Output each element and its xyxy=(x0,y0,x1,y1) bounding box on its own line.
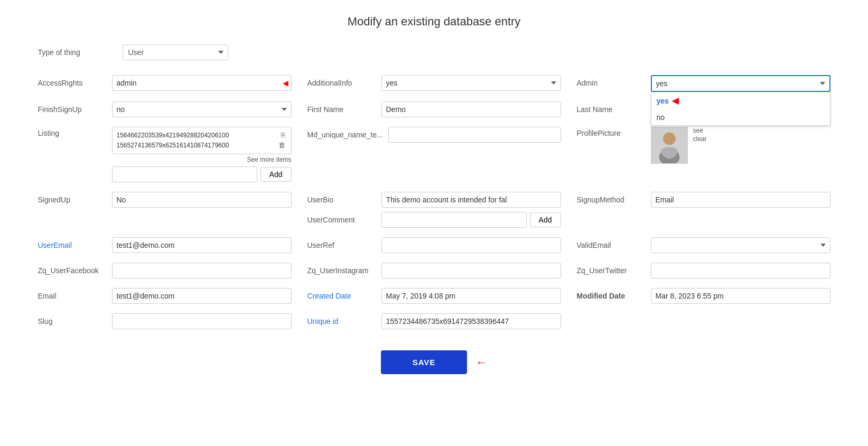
valid-email-select[interactable]: yes no xyxy=(651,237,830,253)
md-unique-name-label: Md_unique_name_te... xyxy=(307,127,383,139)
profile-picture-group: ProfilePicture see xyxy=(577,127,830,164)
modified-date-label: Modified Date xyxy=(577,288,646,300)
signup-method-group: SignupMethod xyxy=(577,192,830,208)
zq-twitter-label: Zq_UserTwitter xyxy=(577,263,646,275)
listing-add-input[interactable] xyxy=(112,166,257,182)
signed-up-group: SignedUp xyxy=(38,192,292,208)
save-row: SAVE ← xyxy=(38,350,830,395)
first-name-input[interactable] xyxy=(381,101,561,117)
admin-group: Admin yes no yes ◀ no xyxy=(577,75,830,92)
admin-yes-arrow: ◀ xyxy=(672,96,678,106)
access-rights-input[interactable] xyxy=(112,75,292,91)
zq-facebook-input[interactable] xyxy=(112,263,292,278)
save-arrow: ← xyxy=(475,356,487,369)
unique-id-label: Unique id xyxy=(307,313,376,326)
valid-email-group: ValidEmail yes no xyxy=(577,237,830,253)
created-date-label: Created Date xyxy=(307,288,376,300)
modified-date-input[interactable] xyxy=(651,288,830,304)
zq-facebook-label: Zq_UserFacebook xyxy=(38,263,107,275)
row-4: SignedUp UserBio SignupMethod xyxy=(38,192,830,208)
finish-signup-group: FinishSignUp no yes xyxy=(38,101,292,117)
row-8: Slug Unique id xyxy=(38,313,830,329)
zq-facebook-group: Zq_UserFacebook xyxy=(38,263,292,278)
listing-group: Listing 1564662203539x421949288204206100… xyxy=(38,127,292,182)
slug-input[interactable] xyxy=(112,313,292,329)
md-unique-name-input[interactable] xyxy=(388,127,561,143)
additional-info-select[interactable]: yes no xyxy=(381,75,561,91)
finish-signup-label: FinishSignUp xyxy=(38,101,107,114)
see-more-items: See more items xyxy=(112,156,292,163)
finish-signup-select[interactable]: no yes xyxy=(112,101,292,117)
listing-entry-0: 1564662203539x421949288204206100 ⎘ xyxy=(117,131,287,140)
row-5: UserEmail UserRef ValidEmail yes no xyxy=(38,237,830,253)
first-name-label: First Name xyxy=(307,101,376,114)
email-label: Email xyxy=(38,288,107,300)
signup-method-input[interactable] xyxy=(651,192,830,208)
signup-method-label: SignupMethod xyxy=(577,192,646,204)
svg-point-3 xyxy=(663,133,675,145)
row-1: AccessRights ◀ AdditionalInfo yes no Adm… xyxy=(38,75,830,92)
zq-instagram-input[interactable] xyxy=(381,263,561,278)
zq-instagram-label: Zq_UserInstagram xyxy=(307,263,376,275)
save-button[interactable]: SAVE xyxy=(381,350,468,374)
unique-id-group: Unique id xyxy=(307,313,561,329)
created-date-input[interactable] xyxy=(381,288,561,304)
access-rights-label: AccessRights xyxy=(38,75,107,87)
user-email-group: UserEmail xyxy=(38,237,292,253)
modified-date-group: Modified Date xyxy=(577,288,830,304)
email-input[interactable] xyxy=(112,288,292,304)
slug-label: Slug xyxy=(38,313,107,326)
admin-option-no[interactable]: no xyxy=(651,109,830,125)
row-7: Email Created Date Modified Date xyxy=(38,288,830,304)
email-group: Email xyxy=(38,288,292,304)
listing-add-button[interactable]: Add xyxy=(260,167,292,182)
signed-up-input[interactable] xyxy=(112,192,292,208)
listing-entry-1: 1565274136579x625161410874179600 🗑 xyxy=(117,141,287,150)
admin-dropdown-menu: yes ◀ no xyxy=(651,92,830,126)
type-of-thing-select[interactable]: User xyxy=(123,44,228,60)
slug-group: Slug xyxy=(38,313,292,329)
profile-picture-clear[interactable]: clear xyxy=(693,135,707,143)
zq-instagram-group: Zq_UserInstagram xyxy=(307,263,561,278)
first-name-group: First Name xyxy=(307,101,561,117)
user-comment-label: UserComment xyxy=(307,212,376,224)
md-unique-name-group: Md_unique_name_te... xyxy=(307,127,561,143)
profile-picture-label: ProfilePicture xyxy=(577,127,646,137)
access-rights-group: AccessRights ◀ xyxy=(38,75,292,92)
user-comment-add-button[interactable]: Add xyxy=(530,212,561,227)
row-4b: UserComment Add xyxy=(38,212,830,228)
zq-twitter-input[interactable] xyxy=(651,263,830,278)
user-bio-input[interactable] xyxy=(381,192,561,208)
user-ref-label: UserRef xyxy=(307,237,376,249)
admin-label: Admin xyxy=(577,75,646,87)
signed-up-label: SignedUp xyxy=(38,192,107,204)
user-ref-input[interactable] xyxy=(381,237,561,253)
additional-info-group: AdditionalInfo yes no xyxy=(307,75,561,92)
row-6: Zq_UserFacebook Zq_UserInstagram Zq_User… xyxy=(38,263,830,278)
additional-info-label: AdditionalInfo xyxy=(307,75,376,87)
listing-delete-1[interactable]: 🗑 xyxy=(277,141,287,150)
user-comment-group: UserComment Add xyxy=(307,212,561,228)
listing-label: Listing xyxy=(38,127,107,137)
page-title: Modify an existing database entry xyxy=(0,0,868,44)
form-container: Type of thing User AccessRights ◀ Additi… xyxy=(17,44,852,395)
type-of-thing-row: Type of thing User xyxy=(38,44,830,60)
created-date-group: Created Date xyxy=(307,288,561,304)
last-name-label: Last Name xyxy=(577,101,646,114)
admin-select[interactable]: yes no xyxy=(651,75,830,92)
user-comment-input[interactable] xyxy=(381,212,527,228)
profile-picture-see[interactable]: see xyxy=(693,127,707,134)
user-email-input[interactable] xyxy=(112,237,292,253)
valid-email-label: ValidEmail xyxy=(577,237,646,249)
user-bio-label: UserBio xyxy=(307,192,376,204)
row-3: Listing 1564662203539x421949288204206100… xyxy=(38,127,830,182)
type-of-thing-label: Type of thing xyxy=(38,48,123,57)
unique-id-input[interactable] xyxy=(381,313,561,329)
listing-copy-0[interactable]: ⎘ xyxy=(279,131,287,140)
admin-option-yes[interactable]: yes ◀ xyxy=(651,92,830,109)
zq-twitter-group: Zq_UserTwitter xyxy=(577,263,830,278)
profile-picture-image xyxy=(651,127,688,164)
user-ref-group: UserRef xyxy=(307,237,561,253)
user-bio-group: UserBio xyxy=(307,192,561,208)
user-email-label: UserEmail xyxy=(38,237,107,249)
